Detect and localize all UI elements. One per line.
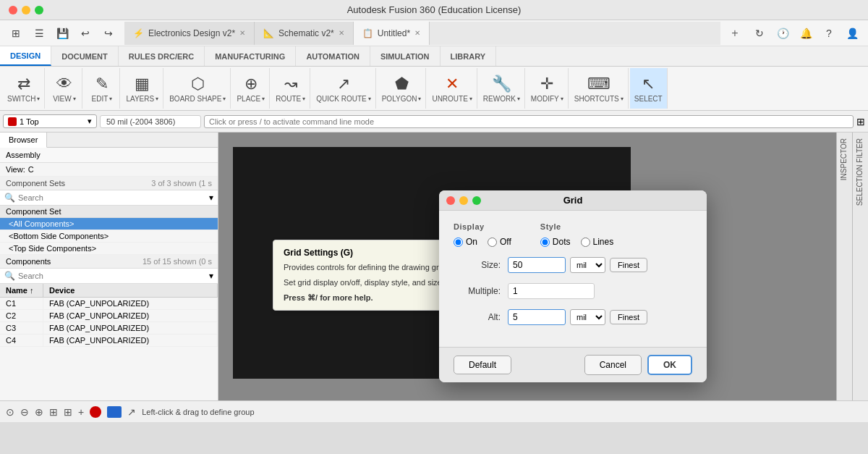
undo-icon[interactable]: ↩: [75, 23, 95, 43]
dialog-minimize-button[interactable]: [459, 196, 468, 205]
nav-tab-library[interactable]: LIBRARY: [441, 46, 496, 66]
tool-rework[interactable]: 🔧 REWORK ▾: [479, 68, 525, 109]
user-icon[interactable]: 👤: [842, 23, 862, 43]
tool-place[interactable]: ⊕ PLACE ▾: [232, 68, 270, 109]
stop-icon[interactable]: [90, 406, 101, 418]
help-icon[interactable]: ?: [819, 23, 839, 43]
tool-switch[interactable]: ⇄ SWITCH ▾: [3, 68, 45, 109]
canvas-area[interactable]: Grid Settings (G) Provides controls for …: [218, 133, 868, 400]
window-controls[interactable]: [9, 6, 43, 14]
radio-on[interactable]: [454, 237, 463, 247]
dialog-close-button[interactable]: [446, 196, 455, 205]
comp-sets-search-input[interactable]: [18, 193, 209, 202]
tool-select[interactable]: ↖ SELECT: [630, 68, 668, 109]
cancel-button[interactable]: Cancel: [584, 355, 642, 375]
nav-tab-simulation[interactable]: SIMULATION: [370, 46, 441, 66]
col-device: Device: [43, 284, 218, 297]
menu-icon[interactable]: ☰: [29, 23, 49, 43]
table-row[interactable]: C2 FAB (CAP_UNPOLARIZED): [0, 310, 218, 322]
nav-tab-manufacturing[interactable]: MANUFACTURING: [205, 46, 296, 66]
add-icon[interactable]: +: [78, 406, 84, 418]
nav-tab-rules[interactable]: RULES DRC/ERC: [119, 46, 205, 66]
components-search-row[interactable]: 🔍 ▾: [0, 269, 218, 284]
layer-dropdown-icon: ▾: [88, 117, 92, 126]
maximize-button[interactable]: [35, 6, 43, 14]
comp-set-item-bottom[interactable]: <Bottom Side Components>: [0, 230, 218, 243]
zoom-in-icon[interactable]: ⊕: [35, 406, 43, 418]
save-icon[interactable]: 💾: [52, 23, 72, 43]
refresh-icon[interactable]: ↻: [749, 23, 770, 43]
command-input[interactable]: [204, 115, 854, 128]
close-button[interactable]: [9, 6, 17, 14]
style-label: Style: [540, 222, 613, 231]
zoom-area-icon[interactable]: ⊞: [49, 406, 58, 418]
tab-schematic[interactable]: 📐 Schematic v2* ✕: [255, 22, 354, 45]
tool-layers[interactable]: ▦ LAYERS ▾: [122, 68, 163, 109]
radio-dots-label[interactable]: Dots: [540, 237, 571, 247]
tab-untitled[interactable]: 📋 Untitled* ✕: [354, 22, 430, 45]
tab-icon-electronics: ⚡: [133, 28, 144, 38]
dialog-window-controls[interactable]: [446, 196, 481, 205]
radio-off[interactable]: [488, 237, 497, 247]
tab-close-electronics[interactable]: ✕: [239, 29, 245, 37]
layer-color-dot: [8, 117, 17, 126]
tool-view[interactable]: 👁 VIEW ▾: [46, 68, 82, 109]
notification-icon[interactable]: 🔔: [796, 23, 816, 43]
comp-set-item-top[interactable]: <Top Side Components>: [0, 243, 218, 255]
tool-modify[interactable]: ✛ MODIFY ▾: [527, 68, 569, 109]
finest-button-alt[interactable]: Finest: [610, 310, 647, 324]
comp-sets-search-row[interactable]: 🔍 ▾: [0, 190, 218, 206]
size-row: Size: mil mm Finest: [454, 257, 692, 273]
components-search-input[interactable]: [18, 272, 209, 280]
tool-edit[interactable]: ✎ EDIT ▾: [84, 68, 120, 109]
nav-tabs: DESIGN DOCUMENT RULES DRC/ERC MANUFACTUR…: [0, 46, 868, 67]
nav-tab-automation[interactable]: AUTOMATION: [296, 46, 370, 66]
radio-on-label[interactable]: On: [454, 237, 477, 247]
table-row[interactable]: C1 FAB (CAP_UNPOLARIZED): [0, 298, 218, 310]
multiple-input[interactable]: [508, 283, 595, 299]
minimize-button[interactable]: [22, 6, 30, 14]
size-unit-select[interactable]: mil mm: [570, 257, 605, 273]
grid-toggle-icon[interactable]: ⊞: [64, 406, 72, 418]
tool-unroute[interactable]: ✕ UNROUTE ▾: [427, 68, 477, 109]
radio-off-label[interactable]: Off: [488, 237, 511, 247]
tool-quick-route[interactable]: ↗ QUICK ROUTE ▾: [312, 68, 375, 109]
redo-icon[interactable]: ↪: [98, 23, 119, 43]
layer-selector[interactable]: 1 Top ▾: [3, 114, 97, 128]
clock-icon[interactable]: 🕐: [773, 23, 793, 43]
nav-tab-design[interactable]: DESIGN: [0, 46, 51, 66]
zoom-fit-icon[interactable]: ⊙: [6, 406, 14, 418]
shortcuts-icon: ⌨: [587, 75, 610, 93]
alt-input[interactable]: [508, 309, 566, 325]
tab-close-schematic[interactable]: ✕: [339, 29, 344, 37]
comp-set-item-all[interactable]: <All Components>: [0, 218, 218, 230]
finest-button-size[interactable]: Finest: [610, 258, 647, 272]
assembly-label: Assembly: [6, 151, 41, 159]
tool-route[interactable]: ↝ ROUTE ▾: [271, 68, 310, 109]
tool-shortcuts[interactable]: ⌨ SHORTCUTS ▾: [570, 68, 629, 109]
tab-electronics[interactable]: ⚡ Electronics Design v2* ✕: [124, 22, 255, 45]
nav-tab-document[interactable]: DOCUMENT: [51, 46, 119, 66]
zoom-out-icon[interactable]: ⊖: [20, 406, 29, 418]
radio-lines[interactable]: [581, 237, 590, 247]
route-tool-icon[interactable]: ↗: [127, 406, 136, 418]
grid-icon[interactable]: ⊞: [6, 23, 26, 43]
tool-polygon[interactable]: ⬟ POLYGON ▾: [378, 68, 427, 109]
select-tool-icon[interactable]: [107, 406, 122, 418]
table-row[interactable]: C3 FAB (CAP_UNPOLARIZED): [0, 322, 218, 335]
new-tab-button[interactable]: +: [723, 27, 746, 40]
radio-lines-label[interactable]: Lines: [581, 237, 614, 247]
panel-tab-browser[interactable]: Browser: [0, 133, 47, 148]
alt-unit-select[interactable]: mil mm: [570, 309, 605, 325]
tab-close-untitled[interactable]: ✕: [414, 29, 420, 37]
search-dropdown-icon-1: ▾: [209, 193, 213, 203]
default-button[interactable]: Default: [454, 356, 511, 374]
tool-board-shape[interactable]: ⬡ BOARD SHAPE ▾: [165, 68, 231, 109]
comp-set-col-label: Component Set: [6, 207, 61, 216]
ok-button[interactable]: OK: [647, 355, 692, 375]
dialog-maximize-button[interactable]: [472, 196, 481, 205]
style-group: Style Dots Lines: [540, 222, 613, 247]
size-input[interactable]: [508, 257, 566, 273]
radio-dots[interactable]: [540, 237, 550, 247]
table-row[interactable]: C4 FAB (CAP_UNPOLARIZED): [0, 335, 218, 347]
